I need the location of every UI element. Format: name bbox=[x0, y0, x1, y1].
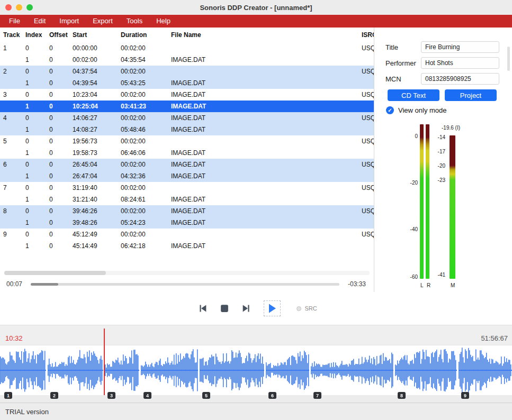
title-field[interactable] bbox=[421, 41, 499, 53]
table-row[interactable]: 4 0 0 14:06:27 00:02:00 IMAGE.DAT USQ bbox=[0, 112, 374, 124]
table-row[interactable]: 5 0 0 19:56:73 00:02:00 USQ bbox=[0, 135, 374, 147]
seek-slider[interactable] bbox=[31, 283, 339, 286]
cell-index: 1 bbox=[22, 56, 46, 63]
table-horizontal-scrollbar bbox=[4, 271, 370, 275]
mcn-field[interactable] bbox=[421, 73, 499, 85]
table-row[interactable]: 1 0 00:02:00 04:35:54 IMAGE.DAT bbox=[0, 54, 374, 66]
col-header-track: Track bbox=[0, 31, 22, 39]
col-header-start: Start bbox=[69, 31, 118, 39]
cell-duration: 00:02:00 bbox=[118, 138, 168, 145]
cell-offset: 0 bbox=[46, 149, 69, 157]
skip-back-icon bbox=[196, 303, 208, 314]
minimize-button[interactable] bbox=[16, 4, 22, 11]
cell-track: 7 bbox=[0, 184, 22, 191]
table-row[interactable]: 7 0 0 31:19:40 00:02:00 USQ bbox=[0, 182, 374, 194]
cell-duration: 00:02:00 bbox=[118, 207, 168, 215]
cell-offset: 0 bbox=[46, 114, 69, 122]
project-button[interactable]: Project bbox=[445, 89, 497, 101]
previous-track-button[interactable] bbox=[195, 301, 210, 316]
menu-help[interactable]: Help bbox=[149, 15, 177, 28]
table-row[interactable]: 6 0 0 26:45:04 00:02:00 IMAGE.DAT USQ bbox=[0, 159, 374, 170]
table-row[interactable]: 1 0 39:48:26 05:24:23 IMAGE.DAT bbox=[0, 217, 374, 229]
col-header-filename: File Name bbox=[168, 31, 358, 39]
cell-start: 26:47:04 bbox=[69, 172, 118, 180]
cell-offset: 0 bbox=[46, 184, 69, 191]
scrollbar-thumb[interactable] bbox=[4, 271, 106, 275]
cell-duration: 05:43:25 bbox=[118, 79, 168, 87]
table-row[interactable]: 1 0 14:08:27 05:48:46 IMAGE.DAT bbox=[0, 124, 374, 135]
cell-filename: IMAGE.DAT bbox=[168, 196, 358, 203]
table-row[interactable]: 3 0 0 10:23:04 00:02:00 IMAGE.DAT USQ bbox=[0, 89, 374, 101]
col-header-duration: Duration bbox=[118, 31, 168, 39]
cd-text-panel: Title Performer MCN CD Text Project ✓ Vi… bbox=[374, 28, 512, 292]
cell-index: 0 bbox=[22, 184, 46, 191]
src-radio[interactable] bbox=[297, 306, 301, 311]
channel-label-left: L bbox=[420, 282, 424, 288]
cell-offset: 0 bbox=[46, 79, 69, 87]
cell-duration: 00:02:00 bbox=[118, 91, 168, 98]
cell-index: 1 bbox=[22, 103, 46, 110]
cell-start: 31:19:40 bbox=[69, 184, 118, 191]
cell-start: 00:00:00 bbox=[69, 44, 118, 52]
cell-index: 1 bbox=[22, 242, 46, 250]
col-header-offset: Offset bbox=[46, 31, 69, 39]
menu-import[interactable]: Import bbox=[52, 15, 86, 28]
track-badge: 9 bbox=[461, 392, 469, 399]
next-track-button[interactable] bbox=[239, 301, 254, 316]
table-row[interactable]: 1 0 31:21:40 08:24:61 IMAGE.DAT bbox=[0, 194, 374, 205]
transport-bar: SRC bbox=[0, 292, 512, 325]
table-row[interactable]: 1 0 0 00:00:00 00:02:00 USQ bbox=[0, 42, 374, 54]
mcn-label: MCN bbox=[385, 75, 401, 83]
table-row[interactable]: 8 0 0 39:46:26 00:02:00 IMAGE.DAT USQ bbox=[0, 205, 374, 217]
cell-duration: 00:02:00 bbox=[118, 231, 168, 238]
src-label: SRC bbox=[304, 305, 317, 312]
table-row[interactable]: 1 0 19:58:73 06:46:06 IMAGE.DAT bbox=[0, 147, 374, 159]
cell-duration: 00:02:00 bbox=[118, 68, 168, 75]
table-row[interactable]: 9 0 0 45:12:49 00:02:00 USQ bbox=[0, 229, 374, 240]
skip-forward-icon bbox=[241, 303, 253, 314]
close-button[interactable] bbox=[5, 4, 12, 11]
menu-export[interactable]: Export bbox=[86, 15, 120, 28]
table-row[interactable]: 1 0 04:39:54 05:43:25 IMAGE.DAT bbox=[0, 77, 374, 89]
lufs-tick-41: -41 bbox=[433, 272, 445, 278]
cell-start: 14:08:27 bbox=[69, 126, 118, 133]
cd-text-button[interactable]: CD Text bbox=[388, 89, 439, 101]
cell-duration: 06:42:18 bbox=[118, 242, 168, 250]
menu-tools[interactable]: Tools bbox=[120, 15, 149, 28]
cell-offset: 0 bbox=[46, 91, 69, 98]
lr-tick-60: -60 bbox=[405, 274, 418, 280]
lr-tick-0: 0 bbox=[405, 133, 418, 139]
table-row[interactable]: 1 0 45:14:49 06:42:18 IMAGE.DAT bbox=[0, 240, 374, 252]
panel-scrollbar[interactable] bbox=[507, 47, 510, 71]
menu-file[interactable]: File bbox=[2, 15, 27, 28]
table-row[interactable]: 1 0 10:25:04 03:41:23 IMAGE.DAT bbox=[0, 101, 374, 112]
track-badge: 5 bbox=[202, 392, 210, 399]
stop-button[interactable] bbox=[217, 301, 232, 316]
col-header-isrc: ISRC bbox=[358, 31, 374, 39]
cell-index: 0 bbox=[22, 44, 46, 52]
cell-track: 2 bbox=[0, 68, 22, 75]
track-badge: 4 bbox=[143, 392, 151, 399]
zoom-button[interactable] bbox=[26, 4, 33, 11]
menu-edit[interactable]: Edit bbox=[27, 15, 52, 28]
performer-field[interactable] bbox=[421, 57, 499, 69]
table-row[interactable]: 2 0 0 04:37:54 00:02:00 USQ bbox=[0, 66, 374, 77]
table-row[interactable]: 1 0 26:47:04 04:32:36 IMAGE.DAT bbox=[0, 170, 374, 182]
cell-index: 0 bbox=[22, 161, 46, 168]
play-button[interactable] bbox=[264, 300, 281, 316]
cell-filename: IMAGE.DAT bbox=[168, 149, 358, 157]
cell-offset: 0 bbox=[46, 44, 69, 52]
lufs-tick-17: -17 bbox=[433, 149, 445, 154]
cell-isrc: USQ bbox=[358, 68, 374, 75]
cell-duration: 04:32:36 bbox=[118, 172, 168, 180]
status-bar: TRIAL version bbox=[0, 403, 512, 420]
cell-start: 39:48:26 bbox=[69, 219, 118, 226]
cell-track: 3 bbox=[0, 91, 22, 98]
window-title: Sonoris DDP Creator - [unnamed*] bbox=[200, 4, 312, 12]
lufs-readout: -19.6 (I) bbox=[442, 125, 460, 131]
view-only-checkbox[interactable]: ✓ View only mode bbox=[386, 106, 447, 114]
elapsed-time: 00:07 bbox=[6, 280, 26, 288]
trial-version-text: TRIAL version bbox=[5, 408, 49, 416]
waveform-overview[interactable] bbox=[0, 345, 512, 395]
cell-track: 8 bbox=[0, 207, 22, 215]
